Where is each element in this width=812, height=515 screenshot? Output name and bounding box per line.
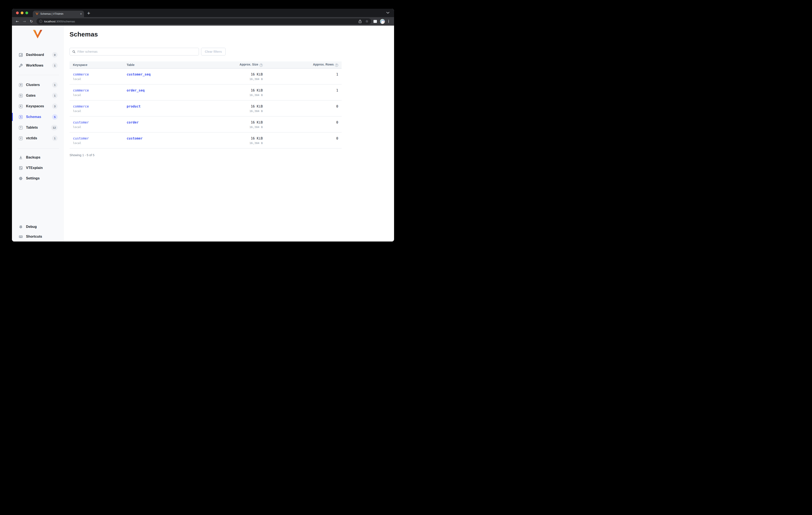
gear-icon (19, 177, 23, 180)
size-bytes-value: 16,384 B (194, 125, 263, 129)
search-icon (72, 50, 76, 53)
approx-rows-value: 1 (264, 88, 338, 92)
sidebar-item-shortcuts[interactable]: Shortcuts (12, 233, 63, 242)
approx-size-value: 16 KiB (194, 120, 263, 125)
download-icon (19, 156, 23, 159)
size-bytes-value: 16,384 B (194, 77, 263, 81)
keyspaces-icon: K (19, 105, 23, 108)
sidebar-item-label: Schemas (26, 115, 41, 119)
tab-strip: Schemas | VTAdmin × + (12, 9, 394, 17)
filter-schemas-input[interactable] (78, 50, 196, 53)
table-row: commerce local order_seq 16 KiB 16,384 B (69, 84, 342, 100)
sidebar-item-label: Clusters (26, 83, 40, 87)
keyspace-link[interactable]: commerce (73, 73, 89, 76)
count-badge: 1 (52, 82, 58, 88)
address-bar[interactable]: i localhost:3000/schemas ☆ (36, 18, 371, 24)
size-help-icon[interactable]: ? (260, 63, 263, 67)
site-info-icon[interactable]: i (39, 20, 42, 23)
keyspace-link[interactable]: customer (73, 120, 89, 125)
sidebar-item-vtctlds[interactable]: V vtctlds 1 (12, 134, 63, 142)
sidebar-item-gates[interactable]: G Gates 1 (12, 91, 63, 100)
main-content: Schemas Clear filters Keyspace Table App (63, 26, 394, 242)
tab-search-chevron-icon[interactable] (386, 12, 389, 13)
sidebar-item-label: Debug (26, 225, 37, 229)
column-header-keyspace: Keyspace (69, 61, 123, 68)
sidebar-item-tablets[interactable]: T Tablets 12 (12, 123, 63, 132)
tab-close-icon[interactable]: × (80, 12, 82, 16)
cluster-label: local (73, 109, 123, 113)
browser-tab[interactable]: Schemas | VTAdmin × (33, 11, 84, 17)
keyspace-link[interactable]: customer (73, 137, 89, 140)
wrench-icon (19, 64, 23, 67)
sidebar-item-label: VTExplain (26, 166, 42, 170)
dashboard-icon (19, 53, 23, 57)
approx-size-value: 16 KiB (194, 104, 263, 109)
cluster-label: local (73, 141, 123, 145)
table-link[interactable]: customer (127, 137, 143, 140)
sidebar-item-schemas[interactable]: S Schemas 5 (12, 113, 63, 121)
count-badge: 1 (52, 63, 58, 68)
sidebar-item-settings[interactable]: Settings (12, 174, 63, 183)
table-link[interactable]: corder (127, 120, 139, 125)
table-link[interactable]: product (127, 105, 141, 108)
sidebar-item-label: Backups (26, 156, 40, 159)
approx-size-value: 16 KiB (194, 88, 263, 92)
minimize-window-button[interactable] (21, 11, 24, 14)
profile-avatar[interactable] (380, 19, 385, 24)
table-link[interactable]: customer_seq (127, 73, 150, 76)
sidebar-item-keyspaces[interactable]: K Keyspaces 3 (12, 102, 63, 110)
table-header-row: Keyspace Table Approx. Size? Approx. Row… (69, 61, 342, 68)
url-host: localhost (44, 20, 55, 23)
table-row: customer local corder 16 KiB 16,384 B (69, 116, 342, 132)
keyspace-link[interactable]: commerce (73, 105, 89, 108)
sidebar-item-dashboard[interactable]: Dashboard 0 (12, 51, 63, 59)
browser-window: Schemas | VTAdmin × + ← → ↻ i localhost:… (12, 9, 394, 242)
side-panel-icon[interactable] (373, 20, 377, 23)
approx-rows-value: 0 (264, 120, 338, 125)
table-link[interactable]: order_seq (127, 88, 145, 92)
count-badge: 1 (52, 135, 58, 141)
size-bytes-value: 16,384 B (194, 109, 263, 113)
url-path: :3000/schemas (55, 20, 75, 23)
vitess-favicon (36, 12, 38, 15)
sidebar-item-backups[interactable]: Backups (12, 153, 63, 162)
sidebar-item-debug[interactable]: Debug (12, 222, 63, 231)
table-row: commerce local product 16 KiB 16,384 B (69, 100, 342, 116)
keyspace-link[interactable]: commerce (73, 88, 89, 92)
close-window-button[interactable] (16, 11, 19, 14)
zoom-window-button[interactable] (25, 11, 28, 14)
bug-icon (19, 225, 23, 229)
approx-size-value: 16 KiB (194, 136, 263, 141)
count-badge: 5 (52, 114, 58, 120)
rows-help-icon[interactable]: ? (335, 63, 338, 67)
reload-button[interactable]: ↻ (29, 19, 34, 24)
sidebar-item-label: Dashboard (26, 53, 44, 57)
sidebar-item-vtexplain[interactable]: VTExplain (12, 164, 63, 172)
sidebar-item-workflows[interactable]: Workflows 1 (12, 61, 63, 70)
count-badge: 12 (51, 125, 58, 130)
new-tab-button[interactable]: + (87, 11, 90, 15)
sidebar-spacer (12, 183, 63, 222)
approx-size-value: 16 KiB (194, 72, 263, 77)
sidebar-item-label: Keyspaces (26, 104, 44, 108)
sidebar: Dashboard 0 Workflows 1 R Clusters 1 G G… (12, 26, 63, 242)
forward-button[interactable]: → (22, 19, 27, 24)
count-badge: 3 (52, 104, 58, 109)
browser-menu-icon[interactable] (388, 20, 389, 24)
sidebar-item-label: Gates (26, 94, 36, 98)
tab-title: Schemas | VTAdmin (40, 12, 80, 16)
clear-filters-button[interactable]: Clear filters (201, 48, 226, 55)
bookmark-star-icon[interactable]: ☆ (365, 20, 368, 23)
table-row: customer local customer 16 KiB 16,384 B (69, 132, 342, 148)
cluster-label: local (73, 93, 123, 97)
size-bytes-value: 16,384 B (194, 141, 263, 145)
column-header-table: Table (123, 61, 194, 68)
sidebar-item-label: vtctlds (26, 136, 37, 140)
share-icon[interactable] (358, 20, 361, 23)
cluster-label: local (73, 125, 123, 129)
window-controls (16, 11, 28, 14)
gates-icon: G (19, 94, 23, 98)
url-text: localhost:3000/schemas (44, 20, 358, 23)
sidebar-item-clusters[interactable]: R Clusters 1 (12, 81, 63, 89)
back-button[interactable]: ← (14, 19, 20, 24)
